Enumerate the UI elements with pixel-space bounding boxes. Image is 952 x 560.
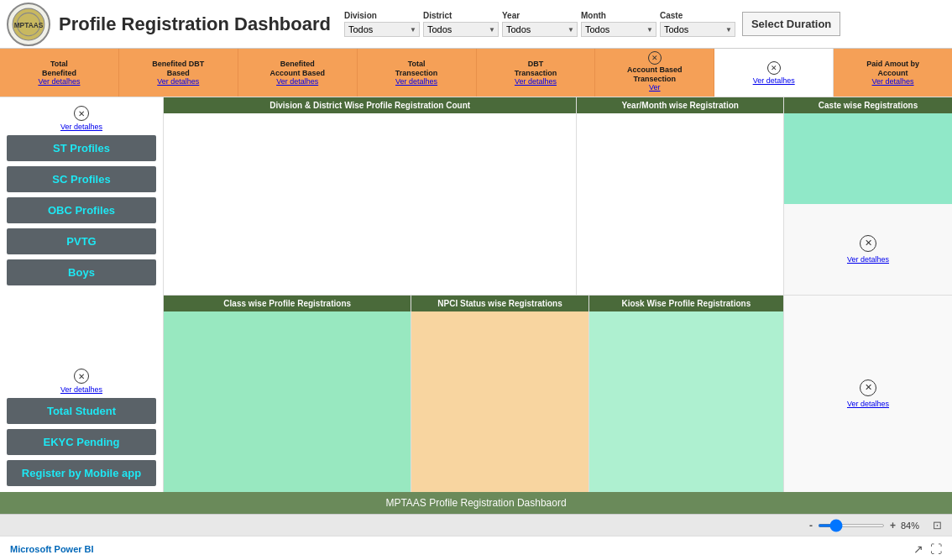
npci-header: NPCI Status wise Registrations xyxy=(411,296,588,311)
kiosk-content xyxy=(589,311,783,493)
caste-filter-group: Caste Todos xyxy=(660,11,735,37)
zoom-plus[interactable]: + xyxy=(890,520,896,531)
sidebar-item-obc[interactable]: OBC Profiles xyxy=(7,197,156,223)
class-wise-header: Class wise Profile Registrations xyxy=(164,296,411,311)
ver-detalhes-link-7[interactable]: Ver detalhes xyxy=(872,77,914,86)
ver-detalhes-right-bottom[interactable]: Ver detalhes xyxy=(847,400,889,408)
metric-title: TotalTransection xyxy=(395,60,438,78)
sidebar-close-section: ✕ Ver detalhes xyxy=(0,101,163,133)
div-district-content xyxy=(164,113,576,295)
ver-detalhes-sidebar-bottom[interactable]: Ver detalhes xyxy=(60,385,102,394)
district-label: District xyxy=(423,11,499,20)
fullscreen-icon[interactable]: ⛶ xyxy=(930,542,942,556)
metric-total-benefited: TotalBenefited Ver detalhes xyxy=(0,49,119,97)
zoom-slider[interactable] xyxy=(818,524,885,527)
ver-detalhes-link-6[interactable]: Ver detalhes xyxy=(753,76,795,85)
year-month-header: Year/Month wise Registration xyxy=(577,97,783,113)
sidebar-item-register-mobile[interactable]: Register by Mobile app xyxy=(7,460,156,486)
sidebar-item-sc[interactable]: SC Profiles xyxy=(7,166,156,192)
kiosk-chart: Kiosk Wise Profile Registrations xyxy=(589,296,784,493)
metric-title: Paid Amout byAccount xyxy=(866,60,919,78)
sidebar-item-total-student[interactable]: Total Student xyxy=(7,398,156,424)
right-bottom-panel: ✕ Ver detalhes xyxy=(784,296,952,493)
class-wise-chart: Class wise Profile Registrations xyxy=(164,296,411,493)
month-filter-group: Month Todos xyxy=(581,11,656,37)
ver-detalhes-link-2[interactable]: Ver detalhes xyxy=(157,77,199,86)
logo-icon: MPTAAS xyxy=(11,7,46,42)
class-wise-content xyxy=(164,311,411,493)
year-month-chart: Year/Month wise Registration xyxy=(577,97,784,295)
close-icon-account[interactable]: ✕ xyxy=(648,51,662,65)
zoom-percent: 84% xyxy=(901,521,928,531)
caste-select[interactable]: Todos xyxy=(660,22,735,37)
district-select[interactable]: Todos xyxy=(423,22,499,37)
kiosk-header: Kiosk Wise Profile Registrations xyxy=(589,296,783,311)
district-filter-group: District Todos xyxy=(423,11,499,37)
sidebar-item-st[interactable]: ST Profiles xyxy=(7,135,156,161)
top-charts-row: Division & District Wise Profile Registr… xyxy=(164,97,952,296)
year-select[interactable]: Todos xyxy=(502,22,578,37)
fit-to-page-icon[interactable]: ⊡ xyxy=(933,519,942,531)
header: MPTAAS Profile Registration Dashboard Di… xyxy=(0,0,952,49)
ver-detalhes-link-1[interactable]: Ver detalhes xyxy=(38,77,80,86)
division-filter-group: Division Todos xyxy=(344,11,420,37)
metric-total-transection: TotalTransection Ver detalhes xyxy=(358,49,477,97)
logo: MPTAAS xyxy=(7,3,50,46)
metric-title: DBTTransaction xyxy=(515,60,557,78)
metric-title: Benefited DBTBased xyxy=(152,60,204,78)
close-icon-sidebar-bottom[interactable]: ✕ xyxy=(74,369,89,384)
close-icon-sidebar-top[interactable]: ✕ xyxy=(74,106,89,121)
ver-detalhes-caste[interactable]: Ver detalhes xyxy=(847,255,889,264)
share-icon[interactable]: ↗ xyxy=(913,542,923,556)
month-label: Month xyxy=(581,11,656,20)
ver-detalhes-link-4[interactable]: Ver detalhes xyxy=(395,77,437,86)
close-icon-right-bottom[interactable]: ✕ xyxy=(860,379,876,396)
caste-label: Caste xyxy=(660,11,735,20)
division-select[interactable]: Todos xyxy=(344,22,420,37)
metric-title: BenefitedAccount Based xyxy=(269,60,325,78)
metric-dbt-transaction: DBTTransaction Ver detalhes xyxy=(477,49,596,97)
powerbi-bar: Microsoft Power BI ↗ ⛶ xyxy=(0,536,952,560)
division-label: Division xyxy=(344,11,420,20)
metric-title: TotalBenefited xyxy=(42,60,76,78)
caste-wise-header: Caste wise Registrations xyxy=(784,97,952,113)
ver-detalhes-sidebar-top[interactable]: Ver detalhes xyxy=(60,123,102,131)
district-select-wrapper: Todos xyxy=(423,22,499,37)
dashboard-title: Profile Registration Dashboard xyxy=(59,13,331,35)
sidebar: ✕ Ver detalhes ST Profiles SC Profiles O… xyxy=(0,97,164,492)
year-filter-group: Year Todos xyxy=(502,11,578,37)
metric-account-based-transection: ✕ Account BasedTransection Ver xyxy=(595,49,714,97)
close-icon-caste[interactable]: ✕ xyxy=(860,235,876,252)
select-duration-button[interactable]: Select Duration xyxy=(742,12,840,36)
metric-title: Account BasedTransection xyxy=(627,65,683,84)
caste-wise-bottom-content: ✕ Ver detalhes xyxy=(784,204,952,295)
ver-link-account[interactable]: Ver xyxy=(649,83,661,92)
svg-text:MPTAAS: MPTAAS xyxy=(14,21,44,29)
metric-benefited-dbt: Benefited DBTBased Ver detalhes xyxy=(119,49,238,97)
caste-select-wrapper: Todos xyxy=(660,22,735,37)
year-label: Year xyxy=(502,11,578,20)
sidebar-item-boys[interactable]: Boys xyxy=(7,259,156,285)
month-select-wrapper: Todos xyxy=(581,22,656,37)
caste-wise-top-content xyxy=(784,113,952,204)
npci-chart: NPCI Status wise Registrations xyxy=(411,296,588,493)
sidebar-bottom-close-section: ✕ Ver detalhes xyxy=(0,365,163,395)
zoom-minus[interactable]: - xyxy=(809,520,813,531)
ver-detalhes-link-3[interactable]: Ver detalhes xyxy=(276,77,318,86)
metric-paid-amount: Paid Amout byAccount Ver detalhes xyxy=(834,49,952,97)
div-district-chart: Division & District Wise Profile Registr… xyxy=(164,97,577,295)
sidebar-item-pvtg[interactable]: PVTG xyxy=(7,228,156,254)
zoom-bar: - + 84% ⊡ xyxy=(0,514,952,536)
sidebar-item-ekyc[interactable]: EKYC Pending xyxy=(7,429,156,455)
bottom-charts-row: Class wise Profile Registrations NPCI St… xyxy=(164,296,952,493)
content-area: Division & District Wise Profile Registr… xyxy=(164,97,952,492)
year-month-content xyxy=(577,113,783,295)
powerbi-link[interactable]: Microsoft Power BI xyxy=(10,544,94,554)
close-icon-ver[interactable]: ✕ xyxy=(767,61,781,75)
month-select[interactable]: Todos xyxy=(581,22,656,37)
year-select-wrapper: Todos xyxy=(502,22,578,37)
metric-benefited-account: BenefitedAccount Based Ver detalhes xyxy=(238,49,358,97)
caste-wise-chart: Caste wise Registrations ✕ Ver detalhes xyxy=(784,97,952,295)
ver-detalhes-link-5[interactable]: Ver detalhes xyxy=(515,77,557,86)
div-district-header: Division & District Wise Profile Registr… xyxy=(164,97,576,113)
